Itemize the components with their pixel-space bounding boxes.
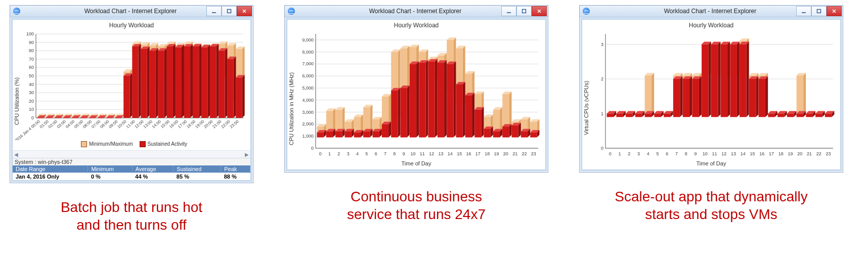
col-sustained: Sustained — [173, 165, 221, 173]
svg-text:50: 50 — [29, 73, 34, 78]
svg-text:3,000: 3,000 — [302, 110, 314, 115]
svg-rect-514 — [721, 45, 728, 117]
minimize-button[interactable] — [206, 6, 222, 16]
svg-marker-143 — [164, 48, 167, 118]
svg-text:11: 11 — [712, 151, 717, 156]
svg-rect-344 — [465, 95, 472, 137]
svg-text:20: 20 — [503, 151, 508, 156]
close-button[interactable] — [532, 6, 547, 16]
svg-rect-350 — [484, 129, 491, 138]
svg-rect-159 — [201, 48, 207, 118]
svg-rect-129 — [115, 118, 121, 118]
svg-marker-337 — [453, 61, 456, 137]
svg-rect-359 — [512, 125, 518, 138]
svg-text:21: 21 — [512, 151, 517, 156]
close-button[interactable] — [237, 6, 252, 16]
svg-rect-529 — [768, 114, 775, 117]
svg-text:10: 10 — [703, 151, 708, 156]
svg-text:18:00: 18:00 — [186, 119, 197, 129]
svg-rect-171 — [236, 77, 242, 118]
svg-text:18: 18 — [485, 151, 490, 156]
svg-rect-114 — [72, 118, 78, 118]
svg-marker-328 — [425, 60, 428, 137]
svg-text:5: 5 — [365, 151, 368, 156]
svg-marker-158 — [207, 45, 210, 118]
svg-text:16:00: 16:00 — [168, 119, 180, 129]
titlebar-3[interactable]: Workload Chart - Internet Explorer — [580, 6, 843, 17]
svg-text:20: 20 — [29, 99, 34, 104]
svg-rect-162 — [210, 47, 216, 118]
svg-text:7: 7 — [384, 151, 386, 156]
svg-rect-505 — [692, 79, 699, 117]
close-button[interactable] — [827, 6, 842, 16]
svg-marker-331 — [435, 59, 438, 138]
svg-rect-168 — [227, 59, 233, 118]
horizontal-scrollbar[interactable]: ◀▶ — [13, 150, 250, 158]
svg-text:11: 11 — [420, 151, 425, 156]
svg-rect-532 — [777, 114, 785, 117]
svg-marker-137 — [147, 47, 150, 118]
svg-text:60: 60 — [29, 65, 34, 70]
svg-marker-358 — [518, 123, 521, 138]
svg-text:23: 23 — [826, 151, 831, 156]
col-minimum: Minimum — [88, 165, 132, 173]
svg-text:04:00: 04:00 — [65, 119, 76, 129]
chart-1: 01020304050607080901002016 Jan 4 00:0001… — [13, 29, 248, 140]
svg-rect-547 — [825, 114, 832, 117]
svg-text:3: 3 — [347, 151, 350, 156]
svg-rect-102 — [37, 118, 43, 118]
svg-text:14:00: 14:00 — [151, 119, 162, 129]
svg-rect-481 — [616, 114, 623, 117]
maximize-button[interactable] — [516, 6, 532, 16]
minimize-button[interactable] — [501, 6, 516, 16]
svg-text:5,000: 5,000 — [302, 85, 314, 91]
svg-rect-165 — [219, 51, 225, 118]
maximize-button[interactable] — [811, 6, 827, 16]
titlebar-1[interactable]: Workload Chart - Internet Explorer — [10, 6, 253, 17]
svg-text:14: 14 — [741, 151, 746, 156]
svg-rect-153 — [184, 47, 190, 118]
svg-rect-502 — [683, 79, 690, 117]
svg-text:0: 0 — [601, 146, 603, 151]
svg-rect-308 — [354, 133, 361, 138]
svg-rect-517 — [730, 45, 737, 117]
svg-text:6,000: 6,000 — [302, 73, 314, 78]
svg-text:6: 6 — [375, 151, 377, 156]
svg-text:70: 70 — [29, 57, 34, 62]
maximize-button[interactable] — [222, 6, 237, 16]
svg-marker-134 — [139, 44, 141, 118]
svg-rect-314 — [373, 132, 379, 138]
legend-label-minmax: Minimum/Maximum — [89, 141, 133, 147]
svg-text:13:00: 13:00 — [143, 119, 154, 129]
scroll-right-icon[interactable]: ▶ — [243, 152, 250, 157]
chart-title-1: Hourly Workload — [13, 20, 250, 29]
svg-rect-353 — [493, 132, 500, 138]
caption-3: Scale-out app that dynamicallystarts and… — [599, 188, 822, 223]
svg-rect-487 — [635, 114, 642, 117]
minimize-button[interactable] — [796, 6, 811, 16]
svg-rect-311 — [363, 132, 370, 138]
svg-text:14: 14 — [448, 151, 453, 156]
svg-rect-132 — [123, 76, 129, 118]
chart-2: 01,0002,0003,0004,0005,0006,0007,0008,00… — [287, 29, 543, 160]
svg-text:23:00: 23:00 — [229, 119, 240, 129]
svg-rect-508 — [702, 45, 709, 117]
legend-label-sustained: Sustained Activity — [148, 141, 187, 147]
svg-text:1: 1 — [619, 151, 621, 156]
svg-text:01:00: 01:00 — [39, 119, 50, 129]
caption-1: Batch job that runs hotand then turns of… — [46, 198, 218, 234]
svg-text:21: 21 — [807, 151, 812, 156]
window-1: Workload Chart - Internet Explorer Hourl… — [10, 5, 253, 183]
y-axis-label-3: Virtual CPUs (vCPUs) — [583, 54, 589, 135]
svg-rect-302 — [335, 132, 342, 138]
scroll-left-icon[interactable]: ◀ — [13, 152, 20, 157]
svg-text:6: 6 — [666, 151, 668, 156]
svg-marker-519 — [747, 42, 749, 117]
svg-text:4,000: 4,000 — [302, 98, 314, 103]
svg-rect-1 — [228, 10, 231, 13]
svg-rect-197 — [523, 10, 526, 13]
caption-2: Continuous businessservice that runs 24x… — [332, 188, 501, 223]
x-axis-label-2: Time of Day — [287, 160, 545, 169]
svg-marker-501 — [689, 76, 692, 117]
titlebar-2[interactable]: Workload Chart - Internet Explorer — [285, 6, 548, 17]
